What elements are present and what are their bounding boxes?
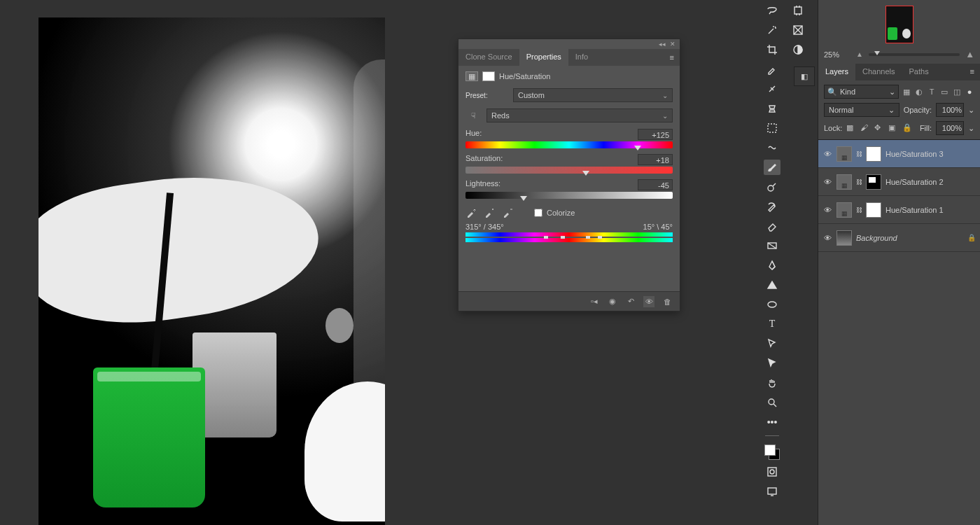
hue-thumb[interactable] [634, 146, 641, 150]
clip-to-layer-icon[interactable]: ▫◂ [589, 296, 600, 307]
filter-toggle-icon[interactable]: ● [965, 87, 974, 97]
gradient-tool-icon[interactable] [764, 238, 780, 253]
tab-info[interactable]: Info [568, 49, 595, 66]
layer-name[interactable]: Hue/Saturation 2 [886, 178, 976, 186]
clone-stamp-tool-icon[interactable] [764, 101, 780, 116]
zoom-value[interactable]: 25% [824, 50, 850, 59]
link-icon[interactable]: ⛓ [856, 150, 862, 158]
marquee-tool-icon[interactable] [764, 120, 780, 136]
path-select-tool-icon[interactable] [764, 336, 780, 351]
lightness-thumb[interactable] [520, 196, 527, 201]
filter-smart-icon[interactable]: ◫ [952, 87, 962, 97]
blend-mode-select[interactable]: Normal [824, 103, 899, 117]
lock-position-icon[interactable]: ✥ [874, 123, 884, 133]
layer-row[interactable]: 👁 ▦ ⛓ Hue/Saturation 1 [818, 196, 980, 224]
layer-row-background[interactable]: 👁 Background 🔒 [818, 224, 980, 252]
range-marker[interactable] [544, 236, 548, 239]
layer-kind-filter[interactable]: 🔍 Kind [824, 85, 899, 99]
lasso-tool-icon[interactable] [764, 3, 780, 18]
hand-tool-icon[interactable] [764, 375, 780, 391]
opacity-chevron-icon[interactable]: ⌄ [968, 106, 974, 115]
lock-transparent-icon[interactable]: ▩ [846, 123, 856, 133]
range-marker[interactable] [586, 236, 590, 239]
quick-mask-icon[interactable] [764, 464, 780, 479]
screen-mode-icon[interactable] [764, 484, 780, 499]
mask-thumb[interactable] [866, 202, 881, 218]
saturation-value[interactable]: +18 [638, 154, 673, 165]
tab-layers[interactable]: Layers [818, 64, 855, 80]
range-marker[interactable] [561, 236, 565, 239]
collapse-panel-icon[interactable]: ◂◂ [659, 41, 666, 48]
filter-adjust-icon[interactable]: ◐ [914, 87, 924, 97]
targeted-adjust-icon[interactable]: ☟ [465, 108, 481, 123]
color-range-spectrum[interactable] [465, 232, 673, 242]
tab-clone-source[interactable]: Clone Source [458, 49, 519, 66]
visibility-eye-icon[interactable]: 👁 [822, 234, 832, 242]
history-brush-tool-icon[interactable] [764, 199, 780, 214]
zoom-out-mountain-icon[interactable]: ▲ [856, 50, 863, 58]
mask-thumb[interactable] [866, 146, 881, 162]
preset-select[interactable]: Custom [513, 88, 673, 102]
eyedropper-tool-icon[interactable] [764, 62, 780, 77]
navigator-thumbnail[interactable] [818, 0, 980, 49]
magic-wand-tool-icon[interactable] [764, 22, 780, 38]
pen-tool-icon[interactable] [764, 258, 780, 273]
shape-triangle-icon[interactable] [764, 277, 780, 293]
tab-paths[interactable]: Paths [902, 64, 936, 80]
zoom-in-mountain-icon[interactable]: ▲ [965, 49, 974, 59]
channel-select[interactable]: Reds [486, 108, 673, 122]
toggle-visibility-icon[interactable]: 👁 [643, 296, 654, 307]
layer-row[interactable]: 👁 ▦ ⛓ Hue/Saturation 3 [818, 140, 980, 168]
dodge-tool-icon[interactable] [764, 179, 780, 195]
link-icon[interactable]: ⛓ [856, 178, 862, 186]
collapsed-panel-icon[interactable]: ◧ [794, 66, 815, 86]
type-tool-icon[interactable]: T [764, 316, 780, 332]
eyedropper-minus-icon[interactable] [502, 207, 513, 218]
layer-row[interactable]: 👁 ▦ ⛓ Hue/Saturation 2 [818, 168, 980, 196]
filter-pixel-icon[interactable]: ▦ [902, 87, 911, 97]
lock-paint-icon[interactable]: 🖌 [860, 123, 870, 133]
lightness-slider[interactable] [465, 192, 673, 199]
filter-type-icon[interactable]: T [927, 87, 937, 97]
layer-name[interactable]: Hue/Saturation 1 [886, 206, 976, 214]
hue-value[interactable]: +125 [638, 129, 673, 140]
tab-properties[interactable]: Properties [519, 49, 568, 66]
delete-adjustment-icon[interactable]: 🗑 [662, 296, 673, 307]
zoom-tool-icon[interactable] [764, 395, 780, 410]
artboard-tool-icon[interactable] [790, 3, 806, 18]
crop-tool-icon[interactable] [764, 42, 780, 57]
eyedropper-icon[interactable] [465, 207, 477, 218]
layer-name[interactable]: Background [856, 234, 963, 242]
filter-shape-icon[interactable]: ▭ [939, 87, 949, 97]
frame-tool-icon[interactable] [790, 22, 806, 38]
tab-channels[interactable]: Channels [855, 64, 902, 80]
saturation-thumb[interactable] [582, 171, 589, 176]
reset-icon[interactable]: ↶ [625, 296, 636, 307]
color-swatch[interactable] [764, 444, 780, 460]
lock-all-icon[interactable]: 🔒 [902, 123, 912, 133]
direct-select-tool-icon[interactable] [764, 356, 780, 371]
mask-thumb-icon[interactable] [482, 71, 495, 81]
lightness-value[interactable]: -45 [638, 179, 673, 190]
zoom-slider[interactable] [869, 53, 960, 56]
document-canvas[interactable] [38, 18, 385, 525]
brush-tool-icon[interactable] [764, 160, 780, 175]
panel-menu-icon[interactable]: ≡ [664, 49, 680, 66]
contrast-circle-icon[interactable] [790, 42, 806, 57]
visibility-eye-icon[interactable]: 👁 [822, 178, 832, 186]
layers-menu-icon[interactable]: ≡ [965, 64, 980, 80]
saturation-slider[interactable] [465, 167, 673, 174]
mask-thumb[interactable] [866, 174, 881, 190]
range-marker[interactable] [598, 236, 602, 239]
fill-chevron-icon[interactable]: ⌄ [968, 124, 974, 133]
smudge-tool-icon[interactable] [764, 140, 780, 155]
more-tools-icon[interactable]: ••• [764, 414, 780, 430]
layer-name[interactable]: Hue/Saturation 3 [886, 150, 976, 158]
fill-field[interactable]: 100% [936, 121, 964, 135]
eraser-tool-icon[interactable] [764, 218, 780, 234]
lock-artboard-icon[interactable]: ▣ [888, 123, 898, 133]
colorize-checkbox[interactable] [534, 209, 542, 217]
link-icon[interactable]: ⛓ [856, 206, 862, 214]
close-panel-icon[interactable]: ✕ [670, 41, 676, 48]
hue-slider[interactable] [465, 141, 673, 148]
